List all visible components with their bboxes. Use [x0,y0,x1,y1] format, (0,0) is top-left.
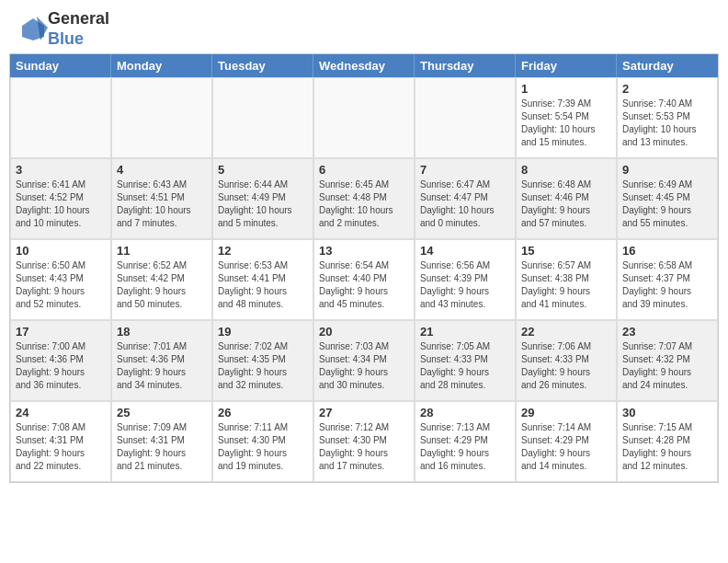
calendar-cell: 30Sunrise: 7:15 AMSunset: 4:28 PMDayligh… [617,401,718,482]
day-number: 6 [319,163,409,177]
header: General Blue [0,0,728,53]
day-number: 17 [16,325,106,339]
calendar-cell [111,77,212,158]
calendar-cell: 8Sunrise: 6:48 AMSunset: 4:46 PMDaylight… [516,158,617,239]
logo-icon [18,15,48,44]
day-info: Sunrise: 6:45 AMSunset: 4:48 PMDaylight:… [319,178,409,230]
day-number: 14 [420,244,510,258]
calendar-cell: 23Sunrise: 7:07 AMSunset: 4:32 PMDayligh… [617,320,718,401]
calendar-cell [10,77,111,158]
day-info: Sunrise: 7:03 AMSunset: 4:34 PMDaylight:… [319,340,409,392]
day-number: 2 [622,82,712,96]
day-info: Sunrise: 6:44 AMSunset: 4:49 PMDaylight:… [218,178,308,230]
day-number: 7 [420,163,510,177]
day-number: 27 [319,406,409,419]
calendar-cell: 2Sunrise: 7:40 AMSunset: 5:53 PMDaylight… [617,77,718,158]
calendar-cell [212,77,313,158]
day-number: 16 [622,244,712,258]
calendar: SundayMondayTuesdayWednesdayThursdayFrid… [9,53,719,483]
calendar-cell: 9Sunrise: 6:49 AMSunset: 4:45 PMDaylight… [617,158,718,239]
day-info: Sunrise: 7:14 AMSunset: 4:29 PMDaylight:… [521,421,611,473]
calendar-cell: 11Sunrise: 6:52 AMSunset: 4:42 PMDayligh… [111,239,212,320]
day-info: Sunrise: 6:53 AMSunset: 4:41 PMDaylight:… [218,259,308,311]
weekday-header: Friday [516,54,617,77]
weekday-header: Wednesday [313,54,415,77]
calendar-cell: 17Sunrise: 7:00 AMSunset: 4:36 PMDayligh… [10,320,111,401]
calendar-cell: 20Sunrise: 7:03 AMSunset: 4:34 PMDayligh… [313,320,415,401]
calendar-cell: 6Sunrise: 6:45 AMSunset: 4:48 PMDaylight… [313,158,415,239]
calendar-cell: 10Sunrise: 6:50 AMSunset: 4:43 PMDayligh… [10,239,111,320]
logo-general: General [48,9,109,28]
day-number: 30 [622,406,712,419]
calendar-cell: 27Sunrise: 7:12 AMSunset: 4:30 PMDayligh… [313,401,415,482]
day-number: 9 [622,163,712,177]
calendar-cell: 24Sunrise: 7:08 AMSunset: 4:31 PMDayligh… [10,401,111,482]
calendar-cell [313,77,415,158]
day-info: Sunrise: 6:47 AMSunset: 4:47 PMDaylight:… [420,178,510,230]
calendar-cell: 29Sunrise: 7:14 AMSunset: 4:29 PMDayligh… [516,401,617,482]
day-info: Sunrise: 7:00 AMSunset: 4:36 PMDaylight:… [16,340,106,392]
calendar-cell: 15Sunrise: 6:57 AMSunset: 4:38 PMDayligh… [516,239,617,320]
logo-blue: Blue [48,29,84,48]
day-number: 24 [16,406,106,419]
day-number: 15 [521,244,611,258]
day-info: Sunrise: 7:07 AMSunset: 4:32 PMDaylight:… [622,340,712,392]
day-info: Sunrise: 7:05 AMSunset: 4:33 PMDaylight:… [420,340,510,392]
weekday-header: Saturday [617,54,718,77]
day-info: Sunrise: 6:58 AMSunset: 4:37 PMDaylight:… [622,259,712,311]
calendar-cell: 5Sunrise: 6:44 AMSunset: 4:49 PMDaylight… [212,158,313,239]
calendar-cell: 13Sunrise: 6:54 AMSunset: 4:40 PMDayligh… [313,239,415,320]
day-number: 4 [117,163,207,177]
day-info: Sunrise: 6:54 AMSunset: 4:40 PMDaylight:… [319,259,409,311]
day-number: 8 [521,163,611,177]
calendar-cell: 28Sunrise: 7:13 AMSunset: 4:29 PMDayligh… [415,401,516,482]
weekday-header: Thursday [415,54,516,77]
day-info: Sunrise: 7:15 AMSunset: 4:28 PMDaylight:… [622,421,712,473]
day-info: Sunrise: 7:08 AMSunset: 4:31 PMDaylight:… [16,421,106,473]
calendar-cell: 19Sunrise: 7:02 AMSunset: 4:35 PMDayligh… [212,320,313,401]
day-number: 19 [218,325,308,339]
day-number: 13 [319,244,409,258]
weekday-header: Tuesday [212,54,313,77]
day-number: 29 [521,406,611,419]
calendar-cell: 21Sunrise: 7:05 AMSunset: 4:33 PMDayligh… [415,320,516,401]
day-info: Sunrise: 6:49 AMSunset: 4:45 PMDaylight:… [622,178,712,230]
calendar-cell: 16Sunrise: 6:58 AMSunset: 4:37 PMDayligh… [617,239,718,320]
weekday-header: Sunday [10,54,111,77]
day-info: Sunrise: 7:01 AMSunset: 4:36 PMDaylight:… [117,340,207,392]
day-info: Sunrise: 6:48 AMSunset: 4:46 PMDaylight:… [521,178,611,230]
day-number: 28 [420,406,510,419]
day-number: 11 [117,244,207,258]
day-info: Sunrise: 7:40 AMSunset: 5:53 PMDaylight:… [622,98,712,149]
day-info: Sunrise: 7:06 AMSunset: 4:33 PMDaylight:… [521,340,611,392]
day-info: Sunrise: 7:13 AMSunset: 4:29 PMDaylight:… [420,421,510,473]
logo-text: General Blue [48,9,109,49]
page-container: General Blue SundayMondayTuesdayWednesda… [0,0,728,483]
day-info: Sunrise: 6:57 AMSunset: 4:38 PMDaylight:… [521,259,611,311]
calendar-cell [415,77,516,158]
day-number: 5 [218,163,308,177]
day-info: Sunrise: 6:56 AMSunset: 4:39 PMDaylight:… [420,259,510,311]
calendar-header: SundayMondayTuesdayWednesdayThursdayFrid… [10,54,718,77]
day-info: Sunrise: 7:11 AMSunset: 4:30 PMDaylight:… [218,421,308,473]
calendar-body: 1Sunrise: 7:39 AMSunset: 5:54 PMDaylight… [10,77,718,482]
calendar-cell: 26Sunrise: 7:11 AMSunset: 4:30 PMDayligh… [212,401,313,482]
day-number: 23 [622,325,712,339]
weekday-header: Monday [111,54,212,77]
day-info: Sunrise: 6:41 AMSunset: 4:52 PMDaylight:… [16,178,106,230]
day-info: Sunrise: 6:43 AMSunset: 4:51 PMDaylight:… [117,178,207,230]
day-number: 10 [16,244,106,258]
calendar-cell: 7Sunrise: 6:47 AMSunset: 4:47 PMDaylight… [415,158,516,239]
day-info: Sunrise: 7:02 AMSunset: 4:35 PMDaylight:… [218,340,308,392]
day-number: 25 [117,406,207,419]
day-info: Sunrise: 7:39 AMSunset: 5:54 PMDaylight:… [521,98,611,149]
calendar-cell: 25Sunrise: 7:09 AMSunset: 4:31 PMDayligh… [111,401,212,482]
day-number: 12 [218,244,308,258]
calendar-cell: 1Sunrise: 7:39 AMSunset: 5:54 PMDaylight… [516,77,617,158]
calendar-cell: 12Sunrise: 6:53 AMSunset: 4:41 PMDayligh… [212,239,313,320]
day-info: Sunrise: 6:50 AMSunset: 4:43 PMDaylight:… [16,259,106,311]
calendar-cell: 4Sunrise: 6:43 AMSunset: 4:51 PMDaylight… [111,158,212,239]
calendar-cell: 18Sunrise: 7:01 AMSunset: 4:36 PMDayligh… [111,320,212,401]
day-number: 26 [218,406,308,419]
day-info: Sunrise: 6:52 AMSunset: 4:42 PMDaylight:… [117,259,207,311]
